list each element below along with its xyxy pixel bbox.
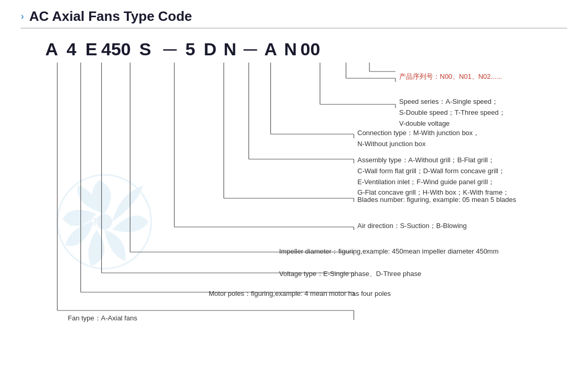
desc-air-direction: Air direction：S-Suction；B-Blowing [357, 221, 467, 232]
desc-assembly-text1: C-Wall form flat grill；D-Wall form conca… [357, 167, 505, 175]
desc-impeller-diameter: Impeller diameter：figuring,example: 450m… [279, 246, 499, 257]
code-letter-A: A [42, 39, 62, 59]
code-letter-S: S [131, 39, 160, 59]
desc-fan-text: Fan type：A-Axial fans [68, 314, 137, 322]
code-letters-row: A 4 E 450 S — 5 D N — A N 00 [42, 39, 320, 59]
desc-assembly-type: Assembly type：A-Without grill；B-Flat gri… [357, 155, 509, 198]
desc-impeller-text: Impeller diameter：figuring,example: 450m… [279, 247, 499, 255]
desc-assembly-text2: E-Ventilation inlet；F-Wind guide panel g… [357, 178, 495, 186]
desc-motor-text: Motor poles：figuring,example: 4 mean mot… [209, 290, 391, 297]
desc-motor-poles: Motor poles：figuring,example: 4 mean mot… [209, 289, 391, 300]
title-area: › AC Axial Fans Type Code [21, 8, 567, 25]
desc-speed-text: S-Double speed；T-Three speed； [399, 109, 506, 116]
desc-speed-text2: V-double voltage [399, 119, 450, 127]
code-letter-N2: N [281, 39, 301, 59]
desc-fan-type: Fan type：A-Axial fans [68, 313, 137, 324]
desc-connection-label: Connection type：M-With junction box， [357, 129, 479, 137]
code-letter-450: 450 [101, 39, 131, 59]
watermark-logo: VENTAI [52, 170, 157, 274]
code-dash-1: — [160, 41, 181, 57]
title-divider [21, 28, 567, 29]
title-chevron-icon: › [21, 11, 24, 22]
diagram-area: VENTAI [21, 34, 567, 337]
desc-product-series-text: 产品序列号：N00、N01、N02...... [399, 73, 502, 80]
code-letter-00: 00 [301, 39, 320, 59]
page-title: AC Axial Fans Type Code [29, 8, 192, 25]
code-letter-5: 5 [181, 39, 200, 59]
desc-speed-series: Speed series：A-Single speed； S-Double sp… [399, 97, 506, 129]
desc-assembly-label: Assembly type：A-Without grill；B-Flat gri… [357, 156, 495, 164]
desc-product-series: 产品序列号：N00、N01、N02...... [399, 71, 502, 82]
code-letter-4: 4 [62, 39, 81, 59]
desc-air-text: Air direction：S-Suction；B-Blowing [357, 222, 467, 230]
code-letter-N: N [220, 39, 240, 59]
code-letter-E: E [81, 39, 101, 59]
desc-blades-number: Blades number: figuring, example: 05 mea… [357, 195, 516, 206]
desc-voltage-type: Voltage type：E-Single phase、D-Three phas… [279, 269, 421, 280]
desc-speed-label: Speed series：A-Single speed； [399, 98, 498, 105]
desc-blades-text: Blades number: figuring, example: 05 mea… [357, 196, 516, 204]
code-letter-D: D [200, 39, 220, 59]
page-container: › AC Axial Fans Type Code [0, 0, 588, 371]
svg-text:VENTAI: VENTAI [68, 216, 110, 229]
desc-connection-text: N-Without junction box [357, 140, 426, 148]
desc-voltage-text: Voltage type：E-Single phase、D-Three phas… [279, 270, 421, 278]
code-letter-A2: A [261, 39, 281, 59]
code-dash-2: — [240, 41, 261, 57]
desc-connection-type: Connection type：M-With junction box， N-W… [357, 128, 479, 150]
